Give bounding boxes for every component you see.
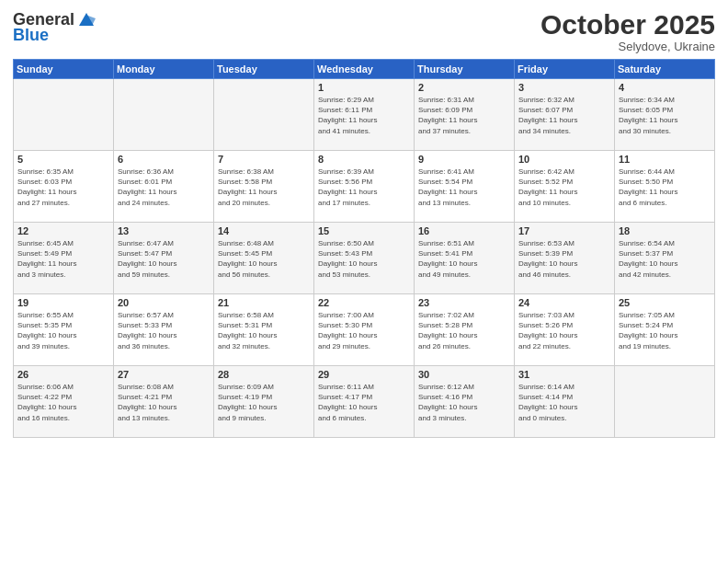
header: General Blue October 2025 Selydove, Ukra… — [13, 9, 715, 53]
day-number: 21 — [218, 297, 310, 308]
day-number: 4 — [619, 82, 711, 93]
day-info: Sunrise: 7:03 AM Sunset: 5:26 PM Dayligh… — [518, 310, 610, 351]
day-number: 18 — [619, 225, 711, 236]
day-info: Sunrise: 6:42 AM Sunset: 5:52 PM Dayligh… — [518, 167, 610, 208]
logo: General Blue — [13, 9, 96, 45]
day-info: Sunrise: 7:00 AM Sunset: 5:30 PM Dayligh… — [318, 310, 410, 351]
column-header-thursday: Thursday — [415, 60, 515, 79]
title-block: October 2025 Selydove, Ukraine — [540, 9, 715, 53]
logo-icon — [75, 9, 96, 29]
day-cell: 10Sunrise: 6:42 AM Sunset: 5:52 PM Dayli… — [515, 151, 615, 223]
day-number: 29 — [318, 369, 410, 380]
day-cell: 18Sunrise: 6:54 AM Sunset: 5:37 PM Dayli… — [615, 223, 715, 294]
day-cell: 11Sunrise: 6:44 AM Sunset: 5:50 PM Dayli… — [615, 151, 715, 223]
day-number: 10 — [518, 154, 610, 165]
day-info: Sunrise: 7:05 AM Sunset: 5:24 PM Dayligh… — [619, 310, 711, 351]
day-number: 31 — [518, 369, 610, 380]
day-cell: 28Sunrise: 6:09 AM Sunset: 4:19 PM Dayli… — [214, 366, 314, 438]
day-info: Sunrise: 6:51 AM Sunset: 5:41 PM Dayligh… — [418, 238, 510, 280]
day-info: Sunrise: 6:09 AM Sunset: 4:19 PM Dayligh… — [218, 382, 310, 423]
day-number: 5 — [17, 154, 109, 165]
day-cell — [615, 366, 715, 438]
day-cell: 20Sunrise: 6:57 AM Sunset: 5:33 PM Dayli… — [114, 294, 214, 366]
column-header-saturday: Saturday — [615, 60, 715, 79]
day-number: 9 — [418, 154, 510, 165]
day-number: 1 — [318, 82, 410, 93]
day-cell: 30Sunrise: 6:12 AM Sunset: 4:16 PM Dayli… — [415, 366, 515, 438]
day-cell: 27Sunrise: 6:08 AM Sunset: 4:21 PM Dayli… — [114, 366, 214, 438]
day-number: 25 — [619, 297, 711, 308]
week-row-1: 1Sunrise: 6:29 AM Sunset: 6:11 PM Daylig… — [14, 79, 715, 151]
day-cell — [114, 79, 214, 151]
month-title: October 2025 — [540, 9, 715, 40]
day-number: 30 — [418, 369, 510, 380]
day-info: Sunrise: 6:53 AM Sunset: 5:39 PM Dayligh… — [518, 238, 610, 280]
day-number: 13 — [118, 225, 210, 236]
day-info: Sunrise: 6:34 AM Sunset: 6:05 PM Dayligh… — [619, 95, 711, 136]
day-cell — [14, 79, 114, 151]
day-info: Sunrise: 6:38 AM Sunset: 5:58 PM Dayligh… — [218, 167, 310, 208]
day-cell: 26Sunrise: 6:06 AM Sunset: 4:22 PM Dayli… — [14, 366, 114, 438]
week-row-3: 12Sunrise: 6:45 AM Sunset: 5:49 PM Dayli… — [14, 223, 715, 294]
column-header-monday: Monday — [114, 60, 214, 79]
day-info: Sunrise: 6:39 AM Sunset: 5:56 PM Dayligh… — [318, 167, 410, 208]
day-cell: 23Sunrise: 7:02 AM Sunset: 5:28 PM Dayli… — [415, 294, 515, 366]
day-cell: 8Sunrise: 6:39 AM Sunset: 5:56 PM Daylig… — [314, 151, 415, 223]
day-info: Sunrise: 6:44 AM Sunset: 5:50 PM Dayligh… — [619, 167, 711, 208]
day-cell: 22Sunrise: 7:00 AM Sunset: 5:30 PM Dayli… — [314, 294, 415, 366]
day-number: 2 — [418, 82, 510, 93]
day-cell: 31Sunrise: 6:14 AM Sunset: 4:14 PM Dayli… — [515, 366, 615, 438]
day-cell: 17Sunrise: 6:53 AM Sunset: 5:39 PM Dayli… — [515, 223, 615, 294]
day-cell: 14Sunrise: 6:48 AM Sunset: 5:45 PM Dayli… — [214, 223, 314, 294]
day-info: Sunrise: 6:50 AM Sunset: 5:43 PM Dayligh… — [318, 238, 410, 280]
day-cell: 24Sunrise: 7:03 AM Sunset: 5:26 PM Dayli… — [515, 294, 615, 366]
day-info: Sunrise: 6:47 AM Sunset: 5:47 PM Dayligh… — [118, 238, 210, 280]
week-row-4: 19Sunrise: 6:55 AM Sunset: 5:35 PM Dayli… — [14, 294, 715, 366]
day-info: Sunrise: 6:35 AM Sunset: 6:03 PM Dayligh… — [17, 167, 109, 208]
day-cell: 21Sunrise: 6:58 AM Sunset: 5:31 PM Dayli… — [214, 294, 314, 366]
calendar-table: SundayMondayTuesdayWednesdayThursdayFrid… — [13, 59, 715, 438]
day-number: 7 — [218, 154, 310, 165]
day-info: Sunrise: 6:11 AM Sunset: 4:17 PM Dayligh… — [318, 382, 410, 423]
day-info: Sunrise: 6:55 AM Sunset: 5:35 PM Dayligh… — [17, 310, 109, 351]
day-cell — [214, 79, 314, 151]
day-number: 16 — [418, 225, 510, 236]
day-number: 20 — [118, 297, 210, 308]
day-cell: 4Sunrise: 6:34 AM Sunset: 6:05 PM Daylig… — [615, 79, 715, 151]
day-number: 26 — [17, 369, 109, 380]
day-cell: 19Sunrise: 6:55 AM Sunset: 5:35 PM Dayli… — [14, 294, 114, 366]
day-info: Sunrise: 6:08 AM Sunset: 4:21 PM Dayligh… — [118, 382, 210, 423]
day-cell: 15Sunrise: 6:50 AM Sunset: 5:43 PM Dayli… — [314, 223, 415, 294]
day-info: Sunrise: 6:36 AM Sunset: 6:01 PM Dayligh… — [118, 167, 210, 208]
header-row: SundayMondayTuesdayWednesdayThursdayFrid… — [14, 60, 715, 79]
day-cell: 25Sunrise: 7:05 AM Sunset: 5:24 PM Dayli… — [615, 294, 715, 366]
day-cell: 5Sunrise: 6:35 AM Sunset: 6:03 PM Daylig… — [14, 151, 114, 223]
day-cell: 12Sunrise: 6:45 AM Sunset: 5:49 PM Dayli… — [14, 223, 114, 294]
column-header-wednesday: Wednesday — [314, 60, 415, 79]
day-number: 17 — [518, 225, 610, 236]
day-cell: 6Sunrise: 6:36 AM Sunset: 6:01 PM Daylig… — [114, 151, 214, 223]
day-cell: 9Sunrise: 6:41 AM Sunset: 5:54 PM Daylig… — [415, 151, 515, 223]
day-cell: 13Sunrise: 6:47 AM Sunset: 5:47 PM Dayli… — [114, 223, 214, 294]
day-info: Sunrise: 6:57 AM Sunset: 5:33 PM Dayligh… — [118, 310, 210, 351]
page: General Blue October 2025 Selydove, Ukra… — [0, 0, 728, 563]
day-info: Sunrise: 6:14 AM Sunset: 4:14 PM Dayligh… — [518, 382, 610, 423]
day-number: 28 — [218, 369, 310, 380]
day-info: Sunrise: 7:02 AM Sunset: 5:28 PM Dayligh… — [418, 310, 510, 351]
day-number: 22 — [318, 297, 410, 308]
day-info: Sunrise: 6:32 AM Sunset: 6:07 PM Dayligh… — [518, 95, 610, 136]
day-number: 15 — [318, 225, 410, 236]
week-row-5: 26Sunrise: 6:06 AM Sunset: 4:22 PM Dayli… — [14, 366, 715, 438]
day-info: Sunrise: 6:06 AM Sunset: 4:22 PM Dayligh… — [17, 382, 109, 423]
day-cell: 7Sunrise: 6:38 AM Sunset: 5:58 PM Daylig… — [214, 151, 314, 223]
day-number: 3 — [518, 82, 610, 93]
column-header-sunday: Sunday — [14, 60, 114, 79]
day-cell: 2Sunrise: 6:31 AM Sunset: 6:09 PM Daylig… — [415, 79, 515, 151]
day-info: Sunrise: 6:54 AM Sunset: 5:37 PM Dayligh… — [619, 238, 711, 280]
day-number: 27 — [118, 369, 210, 380]
day-number: 23 — [418, 297, 510, 308]
day-cell: 29Sunrise: 6:11 AM Sunset: 4:17 PM Dayli… — [314, 366, 415, 438]
day-info: Sunrise: 6:45 AM Sunset: 5:49 PM Dayligh… — [17, 238, 109, 280]
day-cell: 16Sunrise: 6:51 AM Sunset: 5:41 PM Dayli… — [415, 223, 515, 294]
location-subtitle: Selydove, Ukraine — [540, 40, 715, 53]
